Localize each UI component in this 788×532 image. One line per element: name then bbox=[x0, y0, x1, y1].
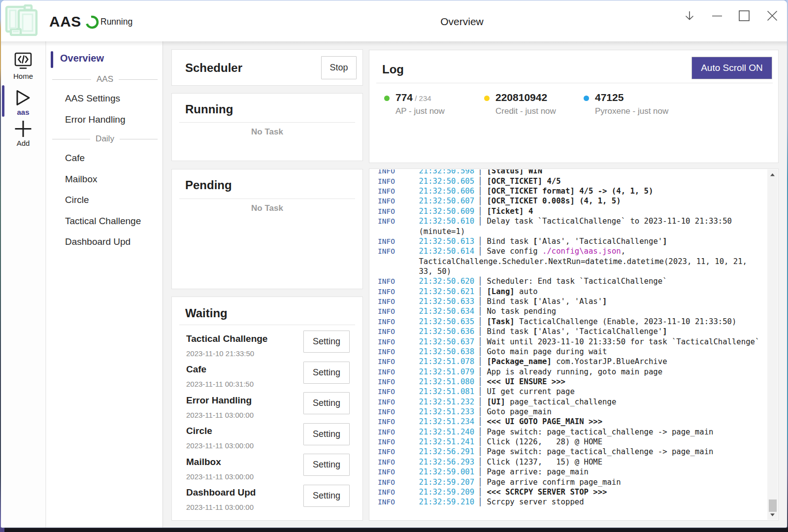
close-window-button[interactable] bbox=[766, 9, 779, 22]
stat-value: 774 / 234 bbox=[395, 92, 431, 103]
log-message: <<< UI GOTO PAGE_MAIN >>> bbox=[487, 417, 602, 427]
log-line: INFO21:32:50.606│[OCR_TICKET format] 4/5… bbox=[370, 186, 767, 196]
log-separator: │ bbox=[478, 196, 483, 206]
waiting-card: Waiting Tactical Challenge2023-11-10 21:… bbox=[171, 297, 363, 521]
menu-item-overview-selected[interactable]: Overview bbox=[46, 48, 163, 71]
log-message: [OCR_TICKET format] 4/5 -> (4, 1, 5) bbox=[487, 186, 653, 196]
log-message: Goto main page during wait bbox=[487, 347, 607, 357]
log-level: INFO bbox=[378, 367, 395, 377]
waiting-task-name: Tactical Challenge bbox=[186, 333, 267, 344]
log-line: INFO21:32:56.293│Click (1237, 15) @ HOME bbox=[370, 457, 767, 467]
menu-item-cafe[interactable]: Cafe bbox=[46, 151, 163, 166]
setting-button-dashboard-upd[interactable]: Setting bbox=[303, 485, 350, 507]
log-separator: │ bbox=[478, 447, 483, 457]
log-line: INFO21:32:50.613│Bind task ['Alas', 'Tac… bbox=[370, 236, 767, 246]
log-level: INFO bbox=[378, 297, 395, 306]
menu-item-label: Dashboard Upd bbox=[65, 236, 131, 247]
menu-item-dashboard-upd[interactable]: Dashboard Upd bbox=[46, 234, 163, 249]
log-line: INFO21:32:51.234│<<< UI GOTO PAGE_MAIN >… bbox=[370, 417, 767, 427]
setting-button-cafe[interactable]: Setting bbox=[303, 362, 350, 384]
log-level: INFO bbox=[378, 357, 395, 366]
menu-item-label: Cafe bbox=[65, 153, 85, 164]
log-time: 21:32:50.613 bbox=[419, 236, 474, 246]
setting-button-circle[interactable]: Setting bbox=[303, 423, 350, 445]
log-line: INFO21:32:59.209│<<< SCRCPY SERVER STOP … bbox=[370, 487, 767, 497]
log-separator: │ bbox=[478, 186, 483, 196]
stat-label: Pyroxene - just now bbox=[595, 106, 668, 116]
log-message: Page arrive confirm page_main bbox=[487, 477, 621, 487]
log-line: INFO21:32:50.614│Save config ./config\aa… bbox=[370, 246, 767, 256]
log-time: 21:32:50.637 bbox=[419, 337, 474, 347]
log-line: INFO21:32:59.210│Scrcpy server stopped bbox=[370, 497, 767, 507]
log-scrollbar bbox=[767, 169, 778, 520]
log-separator: │ bbox=[478, 306, 483, 316]
log-separator: │ bbox=[478, 377, 483, 387]
menu-item-circle[interactable]: Circle bbox=[46, 193, 163, 207]
log-message: Scheduler: End task `TacticalChallenge` bbox=[487, 276, 667, 286]
log-level: INFO bbox=[378, 387, 395, 397]
log-line-wrap: (minute=1) bbox=[370, 227, 767, 236]
selected-menu-indicator bbox=[51, 51, 53, 68]
log-level: INFO bbox=[378, 437, 395, 447]
stat-value: 220810942 bbox=[495, 92, 547, 103]
log-separator: │ bbox=[478, 216, 483, 226]
log-message: [Status] WIN bbox=[487, 169, 542, 176]
sidebar-item-add[interactable]: Add bbox=[1, 120, 45, 147]
auto-scroll-button[interactable]: Auto Scroll ON bbox=[691, 57, 772, 79]
log-level: INFO bbox=[378, 196, 395, 206]
waiting-task-next-run: 2023-11-11 00:31:50 bbox=[186, 380, 254, 388]
sidebar-item-home[interactable]: Home bbox=[1, 51, 45, 80]
log-time: 21:32:50.635 bbox=[419, 317, 474, 327]
log-separator: │ bbox=[478, 367, 483, 377]
maximize-window-button[interactable] bbox=[738, 9, 751, 22]
log-level: INFO bbox=[378, 169, 395, 176]
log-time: 21:32:59.210 bbox=[419, 497, 474, 507]
log-view[interactable]: INFO21:32:50.598│[Status] WININFO21:32:5… bbox=[370, 169, 767, 520]
code-monitor-icon bbox=[14, 64, 33, 72]
log-level: INFO bbox=[378, 407, 395, 417]
pending-empty-text: No Task bbox=[172, 203, 362, 213]
setting-button-tactical-challenge[interactable]: Setting bbox=[303, 331, 350, 353]
waiting-task-next-run: 2023-11-11 03:00:00 bbox=[186, 411, 254, 419]
log-level: INFO bbox=[378, 487, 395, 497]
setting-button-error-handling[interactable]: Setting bbox=[303, 392, 350, 414]
log-time: 21:32:50.607 bbox=[419, 196, 474, 206]
divider bbox=[179, 122, 355, 123]
sidebar-item-aas[interactable]: aas bbox=[1, 89, 45, 116]
log-level: INFO bbox=[378, 347, 395, 357]
menu-item-label: Mailbox bbox=[65, 174, 97, 185]
log-time: 21:32:56.291 bbox=[419, 447, 474, 457]
stat-dot-icon bbox=[584, 96, 589, 101]
menu-item-tactical-challenge[interactable]: Tactical Challenge bbox=[46, 214, 163, 229]
menu-item-aas-settings[interactable]: AAS Settings bbox=[46, 91, 163, 106]
setting-button-mailbox[interactable]: Setting bbox=[303, 454, 350, 476]
pending-card: Pending No Task bbox=[171, 169, 363, 289]
log-level: INFO bbox=[378, 397, 395, 407]
scroll-down-arrow-icon[interactable] bbox=[767, 510, 778, 519]
log-separator: │ bbox=[478, 276, 483, 286]
log-line: INFO21:32:50.634│No task pending bbox=[370, 306, 767, 316]
log-time: 21:32:50.610 bbox=[419, 216, 474, 226]
log-time: 21:32:51.079 bbox=[419, 367, 474, 377]
stat-dot-icon bbox=[484, 96, 490, 101]
log-line: INFO21:32:50.635│[Task] TacticalChalleng… bbox=[370, 317, 767, 327]
log-separator: │ bbox=[478, 387, 483, 397]
log-level: INFO bbox=[378, 306, 395, 316]
log-separator: │ bbox=[478, 327, 483, 336]
menu-item-mailbox[interactable]: Mailbox bbox=[46, 172, 163, 187]
stop-button[interactable]: Stop bbox=[321, 56, 357, 79]
menu-item-error-handling[interactable]: Error Handling bbox=[46, 112, 163, 127]
log-line: INFO21:32:50.610│Delay task `TacticalCha… bbox=[370, 216, 767, 226]
waiting-task-name: Dashboard Upd bbox=[186, 487, 256, 498]
scroll-up-arrow-icon[interactable] bbox=[767, 170, 778, 179]
stat-value: 47125 bbox=[595, 92, 624, 103]
log-level: INFO bbox=[378, 276, 395, 286]
hide-window-button[interactable] bbox=[683, 9, 696, 22]
menu-section-label: Daily bbox=[96, 134, 114, 144]
log-line: INFO21:32:50.607│[OCR_TICKET 0.008s] (4,… bbox=[370, 196, 767, 206]
sidebar-item-label: aas bbox=[1, 108, 45, 116]
log-level: INFO bbox=[378, 186, 395, 196]
sidebar-item-label: Add bbox=[1, 139, 45, 147]
log-message: UI get current page bbox=[487, 387, 574, 397]
minimize-window-button[interactable] bbox=[711, 9, 723, 22]
